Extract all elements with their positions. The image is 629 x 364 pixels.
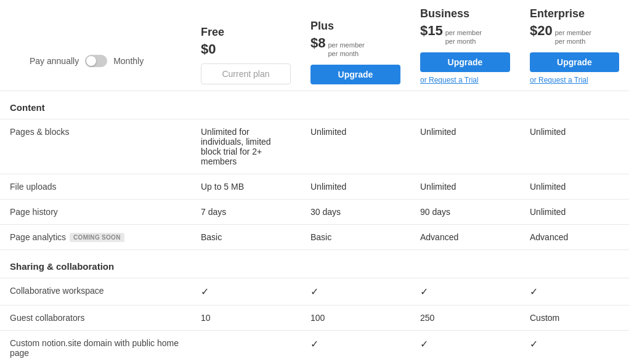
plan-header-row: Pay annually Monthly Free $0 Current pla… [0, 0, 629, 91]
table-row: Pages & blocksUnlimited for individuals,… [0, 119, 629, 174]
request-trial-business[interactable]: or Request a Trial [420, 76, 510, 84]
feature-label-1-2: Custom notion.site domain with public ho… [0, 331, 191, 364]
cell-value-1-2-2: ✓ [410, 331, 520, 364]
feature-label-0-0: Pages & blocks [0, 119, 191, 174]
cell-value-0-1-0: Up to 5 MB [191, 174, 301, 199]
section-header-sharing: Sharing & collaboration [0, 250, 629, 278]
table-row: Collaborative workspace✓✓✓✓ [0, 278, 629, 305]
plan-price-free: $0 [201, 41, 216, 57]
pricing-table-body: ContentPages & blocksUnlimited for indiv… [0, 91, 629, 364]
request-trial-enterprise[interactable]: or Request a Trial [530, 76, 619, 84]
checkmark-icon: ✓ [201, 286, 209, 297]
cell-value-1-1-1: 100 [301, 305, 410, 331]
feature-label-1-0: Collaborative workspace [0, 278, 191, 305]
cell-value-0-3-0: Basic [191, 224, 301, 250]
cell-value-1-0-3: ✓ [520, 278, 629, 305]
checkmark-icon: ✓ [310, 286, 319, 297]
cell-value-1-2-0 [191, 331, 301, 364]
plan-price-plus: $8 [310, 35, 325, 51]
cell-value-0-0-0: Unlimited for individuals, limited block… [191, 119, 301, 174]
feature-label-0-3: Page analyticsCOMING SOON [0, 224, 191, 250]
upgrade-button-enterprise[interactable]: Upgrade [530, 52, 619, 72]
plan-price-meta-business: per memberper month [445, 28, 482, 46]
plan-header-free: Free $0 Current plan [191, 0, 301, 91]
plan-name-enterprise: Enterprise [530, 7, 619, 20]
feature-label-0-2: Page history [0, 199, 191, 224]
section-title-sharing: Sharing & collaboration [0, 250, 629, 278]
cell-value-0-2-3: Unlimited [520, 199, 629, 224]
cell-value-0-1-3: Unlimited [520, 174, 629, 199]
cell-value-0-3-3: Advanced [520, 224, 629, 250]
plan-price-business: $15 [420, 23, 443, 39]
table-row: Guest collaborators10100250Custom [0, 305, 629, 331]
cell-value-0-2-2: 90 days [410, 199, 520, 224]
feature-label-0-1: File uploads [0, 174, 191, 199]
cell-value-0-3-2: Advanced [410, 224, 520, 250]
cell-value-1-0-2: ✓ [410, 278, 520, 305]
section-header-content: Content [0, 91, 629, 119]
cell-value-1-1-0: 10 [191, 305, 301, 331]
cell-value-1-2-3: ✓ [520, 331, 629, 364]
cell-value-0-0-2: Unlimited [410, 119, 520, 174]
feature-label-1-1: Guest collaborators [0, 305, 191, 331]
checkmark-icon: ✓ [530, 286, 538, 297]
feature-column-header: Pay annually Monthly [0, 0, 191, 91]
table-row: Custom notion.site domain with public ho… [0, 331, 629, 364]
plan-name-free: Free [201, 26, 291, 39]
monthly-label: Monthly [113, 56, 144, 66]
plan-header-business: Business $15 per memberper month Upgrade… [410, 0, 520, 91]
coming-soon-badge: COMING SOON [70, 233, 124, 242]
plan-header-enterprise: Enterprise $20 per memberper month Upgra… [520, 0, 629, 91]
plan-name-business: Business [420, 7, 510, 20]
table-row: Page analyticsCOMING SOONBasicBasicAdvan… [0, 224, 629, 250]
billing-toggle-container: Pay annually Monthly [10, 38, 181, 84]
cell-value-1-1-3: Custom [520, 305, 629, 331]
table-row: File uploadsUp to 5 MBUnlimitedUnlimited… [0, 174, 629, 199]
cell-value-1-1-2: 250 [410, 305, 520, 331]
billing-toggle[interactable] [85, 55, 107, 67]
cell-value-0-3-1: Basic [301, 224, 410, 250]
cell-value-0-2-1: 30 days [301, 199, 410, 224]
plan-name-plus: Plus [310, 20, 400, 33]
checkmark-icon: ✓ [310, 339, 319, 349]
plan-price-meta-plus: per memberper month [328, 41, 364, 59]
checkmark-icon: ✓ [420, 286, 428, 297]
upgrade-button-business[interactable]: Upgrade [420, 52, 510, 72]
section-title-content: Content [0, 91, 629, 119]
checkmark-icon: ✓ [420, 339, 428, 349]
cell-value-0-0-3: Unlimited [520, 119, 629, 174]
cell-value-1-2-1: ✓ [301, 331, 410, 364]
toggle-knob [86, 56, 96, 66]
cell-value-0-1-2: Unlimited [410, 174, 520, 199]
upgrade-button-plus[interactable]: Upgrade [310, 65, 400, 84]
cell-value-0-0-1: Unlimited [301, 119, 410, 174]
cell-value-0-2-0: 7 days [191, 199, 301, 224]
checkmark-icon: ✓ [530, 339, 538, 349]
plan-price-meta-enterprise: per memberper month [555, 28, 591, 46]
cell-value-1-0-0: ✓ [191, 278, 301, 305]
table-row: Page history7 days30 days90 daysUnlimite… [0, 199, 629, 224]
current-plan-button[interactable]: Current plan [201, 63, 291, 84]
plan-header-plus: Plus $8 per memberper month Upgrade [301, 0, 410, 91]
plan-price-enterprise: $20 [530, 23, 553, 39]
cell-value-0-1-1: Unlimited [301, 174, 410, 199]
cell-value-1-0-1: ✓ [301, 278, 410, 305]
pay-annually-label: Pay annually [30, 56, 79, 66]
